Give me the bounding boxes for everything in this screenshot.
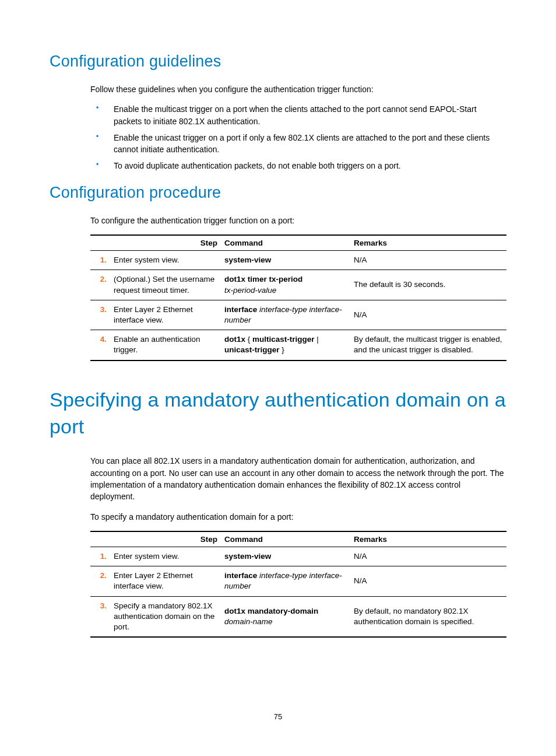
- col-remarks: Remarks: [353, 531, 506, 547]
- step-text: Enable an authentication trigger.: [112, 330, 223, 360]
- guidelines-intro: Follow these guidelines when you configu…: [90, 83, 506, 95]
- command-cell: dot1x mandatory-domaindomain-name: [223, 596, 353, 637]
- table-row: 2. (Optional.) Set the username request …: [90, 270, 506, 300]
- heading-config-guidelines: Configuration guidelines: [50, 52, 506, 71]
- page-number: 75: [0, 712, 556, 721]
- procedure-intro: To configure the authentication trigger …: [90, 215, 506, 226]
- col-step: Step: [90, 235, 223, 251]
- list-item: To avoid duplicate authentication packet…: [90, 160, 506, 172]
- table-row: 1. Enter system view. system-view N/A: [90, 251, 506, 270]
- remarks-cell: The default is 30 seconds.: [353, 270, 506, 300]
- list-item: Enable the multicast trigger on a port w…: [90, 103, 506, 127]
- mandatory-table: Step Command Remarks 1. Enter system vie…: [90, 531, 506, 638]
- step-number: 2.: [100, 275, 107, 284]
- step-text: Enter system view.: [112, 251, 223, 270]
- col-command: Command: [223, 531, 353, 547]
- remarks-cell: N/A: [353, 251, 506, 270]
- step-text: Enter system view.: [112, 547, 223, 566]
- step-number: 4.: [100, 335, 107, 344]
- table-row: 3. Specify a mandatory 802.1X authentica…: [90, 596, 506, 637]
- remarks-cell: N/A: [353, 547, 506, 566]
- mandatory-intro: To specify a mandatory authentication do…: [90, 511, 506, 523]
- command-cell: dot1x timer tx-periodtx-period-value: [223, 270, 353, 300]
- command-cell: system-view: [223, 251, 353, 270]
- command-cell: interface interface-type interface-numbe…: [223, 566, 353, 596]
- command-cell: dot1x { multicast-trigger | unicast-trig…: [223, 330, 353, 360]
- table-row: 2. Enter Layer 2 Ethernet interface view…: [90, 566, 506, 596]
- remarks-cell: By default, no mandatory 802.1X authenti…: [353, 596, 506, 637]
- step-text: (Optional.) Set the username request tim…: [112, 270, 223, 300]
- step-text: Enter Layer 2 Ethernet interface view.: [112, 300, 223, 330]
- step-number: 1.: [100, 256, 107, 264]
- mandatory-para: You can place all 802.1X users in a mand…: [90, 455, 506, 502]
- procedure-table: Step Command Remarks 1. Enter system vie…: [90, 235, 506, 361]
- table-row: 3. Enter Layer 2 Ethernet interface view…: [90, 300, 506, 330]
- step-text: Enter Layer 2 Ethernet interface view.: [112, 566, 223, 596]
- step-number: 3.: [100, 305, 107, 314]
- table-row: 1. Enter system view. system-view N/A: [90, 547, 506, 566]
- step-number: 1.: [100, 552, 107, 561]
- col-command: Command: [223, 235, 353, 251]
- step-text: Specify a mandatory 802.1X authenticatio…: [112, 596, 223, 637]
- command-cell: system-view: [223, 547, 353, 566]
- command-cell: interface interface-type interface-numbe…: [223, 300, 353, 330]
- heading-config-procedure: Configuration procedure: [50, 184, 506, 202]
- remarks-cell: N/A: [353, 566, 506, 596]
- col-step: Step: [90, 531, 223, 547]
- list-item: Enable the unicast trigger on a port if …: [90, 132, 506, 156]
- remarks-cell: N/A: [353, 300, 506, 330]
- heading-mandatory-domain: Specifying a mandatory authentication do…: [50, 387, 506, 440]
- step-number: 2.: [100, 571, 107, 580]
- guidelines-list: Enable the multicast trigger on a port w…: [90, 103, 506, 172]
- step-number: 3.: [100, 601, 107, 610]
- table-row: 4. Enable an authentication trigger. dot…: [90, 330, 506, 360]
- remarks-cell: By default, the multicast trigger is ena…: [353, 330, 506, 360]
- col-remarks: Remarks: [353, 235, 506, 251]
